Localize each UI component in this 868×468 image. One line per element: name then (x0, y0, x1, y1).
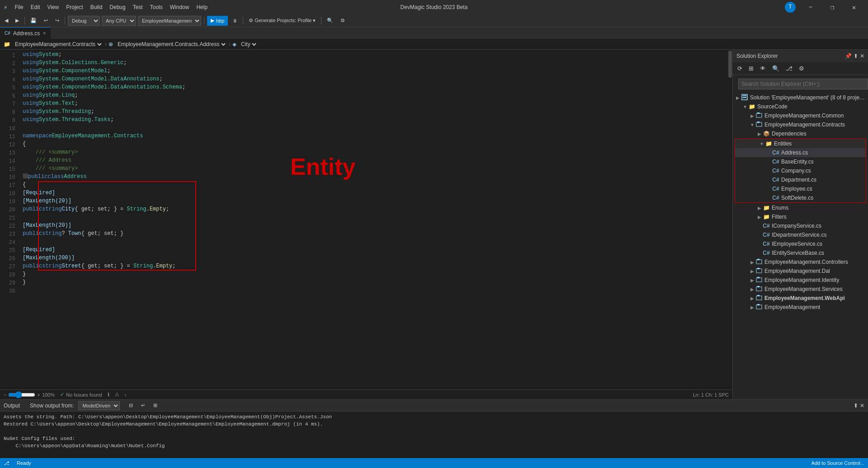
se-employee-node[interactable]: C# Employee.cs (735, 184, 866, 193)
se-baseentity-node[interactable]: C# BaseEntity.cs (735, 157, 866, 166)
se-department-node[interactable]: C# Department.cs (735, 175, 866, 184)
se-tree[interactable]: ▶ Solution 'EmployeeManagement' (8 of 8 … (733, 93, 868, 399)
zoom-minus[interactable]: − (4, 392, 6, 398)
se-identity-node[interactable]: ▶ EmployeeManagement.Identity (733, 276, 868, 285)
menu-view[interactable]: View (44, 3, 61, 11)
breadcrumb-address[interactable]: ⊕ EmployeeManagement.Contracts.Address (108, 41, 227, 48)
output-filter-btn[interactable]: ⊞ (151, 401, 160, 411)
warning-icon[interactable]: ⚠ (115, 392, 119, 398)
toolbar-search-btn[interactable]: 🔍 (324, 16, 336, 26)
menu-tools[interactable]: Tools (147, 3, 165, 11)
contracts-expand[interactable]: ▼ (749, 122, 755, 127)
se-controllers-node[interactable]: ▶ EmployeeManagement.Controllers (733, 257, 868, 267)
svc-expand[interactable]: ▶ (749, 287, 755, 292)
se-sourcecode-node[interactable]: ▼ 📁 SourceCode (733, 102, 868, 111)
toolbar-settings-btn[interactable]: ⚙ (338, 16, 348, 26)
se-entities-node[interactable]: ▼ 📁 Entities (735, 139, 866, 148)
se-services-node[interactable]: ▶ EmployeeManagement.Services (733, 285, 868, 294)
identity-expand[interactable]: ▶ (749, 278, 755, 283)
profile-icon[interactable]: T (785, 2, 796, 13)
se-icompany-node[interactable]: C# ICompanyService.cs (733, 221, 868, 230)
menu-test[interactable]: Test (130, 3, 146, 11)
menu-project[interactable]: Project (63, 3, 85, 11)
se-webapi-node[interactable]: ▶ EmployeeManagement.WebApi (733, 294, 868, 303)
toolbar-save-btn[interactable]: 💾 (28, 16, 39, 26)
zoom-plus[interactable]: + (37, 392, 40, 398)
vertical-scrollbar[interactable] (728, 50, 732, 389)
tab-close-btn[interactable]: ✕ (42, 31, 46, 36)
menu-help[interactable]: Help (193, 3, 210, 11)
se-filter-btn[interactable]: 🔍 (769, 64, 782, 74)
se-iemp-node[interactable]: C# IEmployeeService.cs (733, 239, 868, 248)
se-git-btn[interactable]: ⎇ (783, 64, 795, 74)
output-clear-btn[interactable]: ⊟ (126, 401, 136, 411)
zoom-slider[interactable] (8, 391, 35, 398)
enums-expand[interactable]: ▶ (756, 206, 763, 211)
se-solution-node[interactable]: ▶ Solution 'EmployeeManagement' (8 of 8 … (733, 93, 868, 102)
debug-config-select[interactable]: Debug Release (68, 16, 100, 26)
se-search-input[interactable] (738, 79, 868, 89)
se-expand-btn[interactable]: ⬆ (854, 53, 858, 59)
breadcrumb-contracts[interactable]: 📁 EmployeeManagement.Contracts (4, 41, 103, 48)
toolbar-back-btn[interactable]: ◀ (2, 16, 11, 26)
toolbar-undo-btn[interactable]: ↩ (41, 16, 51, 26)
breadcrumb-select-1[interactable]: EmployeeManagement.Contracts (13, 41, 103, 48)
ctrl-expand[interactable]: ▶ (749, 260, 755, 265)
output-word-wrap-btn[interactable]: ↵ (138, 401, 148, 411)
menu-debug[interactable]: Debug (107, 3, 128, 11)
se-sync-btn[interactable]: ⟳ (735, 64, 745, 74)
breadcrumb-city[interactable]: ◈ City (232, 41, 258, 48)
se-properties-btn[interactable]: ⊞ (746, 64, 756, 74)
se-pin-btn[interactable]: 📌 (845, 53, 852, 59)
em-expand[interactable]: ▶ (749, 305, 755, 310)
se-enums-node[interactable]: ▶ 📁 Enums (733, 203, 868, 212)
menu-edit[interactable]: Edit (28, 3, 43, 11)
pause-btn[interactable]: ⏸ (230, 16, 240, 26)
se-company-node[interactable]: C# Company.cs (735, 166, 866, 175)
add-source-control-label[interactable]: Add to Source Control... (811, 460, 864, 466)
se-settings-btn[interactable]: ⚙ (796, 64, 807, 74)
filters-expand[interactable]: ▶ (756, 215, 763, 220)
nav-left-icon[interactable]: ‹ (125, 392, 127, 398)
output-source-select[interactable]: ModelDriven (78, 401, 120, 410)
code-lines[interactable]: using System; using System.Collections.G… (19, 50, 728, 389)
breadcrumb-select-3[interactable]: City (239, 41, 258, 48)
se-contracts-node[interactable]: ▼ EmployeeManagement.Contracts (733, 120, 868, 129)
toolbar-forward-btn[interactable]: ▶ (13, 16, 22, 26)
se-address-node[interactable]: C# Address.cs (735, 148, 866, 157)
info-icon[interactable]: ℹ (108, 392, 109, 398)
run-button[interactable]: ▶ ▶ http http (207, 16, 228, 26)
close-button[interactable]: ✕ (844, 0, 864, 14)
minimize-button[interactable]: − (800, 0, 821, 14)
dep-expand[interactable]: ▶ (756, 131, 763, 136)
se-show-all-btn[interactable]: 👁 (757, 64, 769, 74)
se-filters-node[interactable]: ▶ 📁 Filters (733, 212, 868, 221)
toolbar-redo-btn[interactable]: ↪ (52, 16, 62, 26)
scrollbar-thumb[interactable] (728, 51, 732, 78)
breadcrumb-select-2[interactable]: EmployeeManagement.Contracts.Address (116, 41, 227, 48)
sourcecode-expand[interactable]: ▼ (742, 104, 748, 109)
entities-expand[interactable]: ▼ (759, 141, 765, 146)
se-common-node[interactable]: ▶ EmployeeManagement.Common (733, 111, 868, 120)
se-close-btn[interactable]: ✕ (860, 53, 864, 59)
se-ientity-node[interactable]: C# IEntityServiceBase.cs (733, 248, 868, 257)
dal-expand[interactable]: ▶ (749, 269, 755, 274)
tab-address-cs[interactable]: C# Address.cs ✕ (0, 27, 51, 39)
output-close-btn[interactable]: ✕ (860, 402, 864, 409)
se-idept-node[interactable]: C# IDepartmentService.cs (733, 230, 868, 239)
generate-btn[interactable]: ⚙ Generate Projects: Profile ▾ (246, 16, 318, 26)
se-dependencies-node[interactable]: ▶ 📦 Dependencies (733, 129, 868, 138)
menu-build[interactable]: Build (88, 3, 105, 11)
project-select[interactable]: EmployeeManagemen (138, 16, 201, 26)
platform-select[interactable]: Any CPU (102, 16, 136, 26)
webapi-expand[interactable]: ▶ (749, 296, 755, 301)
se-em-node[interactable]: ▶ EmployeeManagement (733, 303, 868, 312)
menu-window[interactable]: Window (167, 3, 192, 11)
se-softdelete-node[interactable]: C# SoftDelete.cs (735, 193, 866, 202)
solution-expand-icon[interactable]: ▶ (735, 95, 741, 100)
output-expand-btn[interactable]: ⬆ (854, 402, 858, 409)
se-dal-node[interactable]: ▶ EmployeeManagement.Dal (733, 267, 868, 276)
restore-button[interactable]: ❐ (822, 0, 843, 14)
menu-file[interactable]: File (12, 3, 26, 11)
common-expand[interactable]: ▶ (749, 113, 755, 118)
